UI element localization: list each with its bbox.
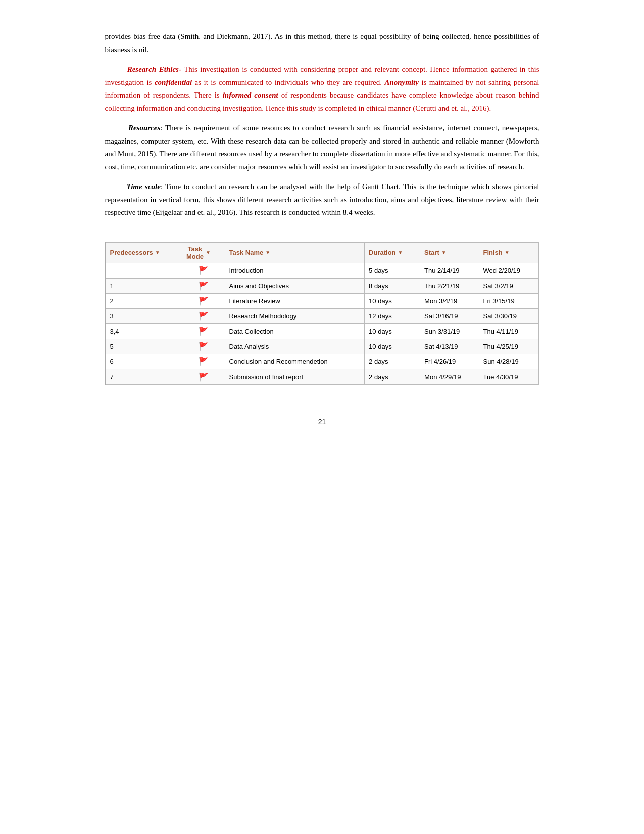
anonymity-word: Anonymity	[384, 78, 419, 86]
cell-finish: Tue 4/30/19	[479, 369, 538, 384]
table-row: 7🚩Submission of final report2 daysMon 4/…	[106, 369, 538, 384]
cell-duration: 10 days	[365, 293, 420, 308]
cell-start: Thu 2/21/19	[420, 278, 479, 293]
cell-start: Fri 4/26/19	[420, 354, 479, 369]
task-mode-icon: 🚩	[199, 297, 209, 305]
cell-duration: 10 days	[365, 339, 420, 354]
cell-predecessors	[106, 263, 182, 278]
cell-task-name: Submission of final report	[225, 369, 365, 384]
table-row: 1🚩Aims and Objectives8 daysThu 2/21/19Sa…	[106, 278, 538, 293]
cell-start: Mon 3/4/19	[420, 293, 479, 308]
page-number: 21	[105, 418, 539, 426]
cell-task-name: Data Analysis	[225, 339, 365, 354]
th-predecessors[interactable]: Predecessors ▼	[106, 242, 182, 263]
cell-finish: Sat 3/2/19	[479, 278, 538, 293]
cell-start: Sat 4/13/19	[420, 339, 479, 354]
table-row: 5🚩Data Analysis10 daysSat 4/13/19Thu 4/2…	[106, 339, 538, 354]
cell-task-mode: 🚩	[182, 293, 225, 308]
cell-finish: Sat 3/30/19	[479, 308, 538, 323]
confidential-word: confidential	[155, 78, 192, 86]
research-ethics-heading: Research Ethics-	[127, 65, 181, 73]
table-header-row: Predecessors ▼ TaskMode ▼ Task Name	[106, 242, 538, 263]
page-content: provides bias free data (Smith. and Diek…	[105, 0, 539, 456]
paragraph-research-ethics: Research Ethics- This investigation is c…	[105, 63, 539, 115]
cell-task-name: Conclusion and Recommendetion	[225, 354, 365, 369]
cell-start: Sat 3/16/19	[420, 308, 479, 323]
task-name-dropdown-icon[interactable]: ▼	[265, 250, 270, 255]
cell-start: Sun 3/31/19	[420, 323, 479, 339]
paragraph-resources: Resources: There is requirement of some …	[105, 122, 539, 173]
time-scale-heading: Time scale	[127, 182, 161, 191]
th-duration[interactable]: Duration ▼	[365, 242, 420, 263]
cell-duration: 2 days	[365, 354, 420, 369]
table-row: 2🚩Literature Review10 daysMon 3/4/19Fri …	[106, 293, 538, 308]
task-mode-icon: 🚩	[199, 266, 209, 275]
th-start[interactable]: Start ▼	[420, 242, 479, 263]
cell-start: Mon 4/29/19	[420, 369, 479, 384]
cell-predecessors: 5	[106, 339, 182, 354]
para4-text: : Time to conduct an research can be ana…	[105, 182, 539, 216]
cell-task-mode: 🚩	[182, 369, 225, 384]
task-mode-icon: 🚩	[199, 342, 209, 351]
cell-finish: Thu 4/25/19	[479, 339, 538, 354]
cell-duration: 5 days	[365, 263, 420, 278]
cell-task-name: Introduction	[225, 263, 365, 278]
gantt-table: Predecessors ▼ TaskMode ▼ Task Name	[106, 242, 539, 385]
finish-dropdown-icon[interactable]: ▼	[505, 250, 510, 255]
informed-consent-word: informed consent	[223, 91, 278, 99]
cell-task-name: Literature Review	[225, 293, 365, 308]
cell-predecessors: 3	[106, 308, 182, 323]
cell-predecessors: 6	[106, 354, 182, 369]
cell-predecessors: 2	[106, 293, 182, 308]
cell-task-name: Data Collection	[225, 323, 365, 339]
task-mode-icon: 🚩	[199, 327, 209, 336]
cell-task-mode: 🚩	[182, 323, 225, 339]
cell-start: Thu 2/14/19	[420, 263, 479, 278]
cell-predecessors: 1	[106, 278, 182, 293]
para2-middle: as it is communicated to individuals	[192, 78, 311, 86]
th-finish[interactable]: Finish ▼	[479, 242, 538, 263]
cell-finish: Thu 4/11/19	[479, 323, 538, 339]
duration-dropdown-icon[interactable]: ▼	[398, 250, 403, 255]
table-row: 🚩Introduction5 daysThu 2/14/19Wed 2/20/1…	[106, 263, 538, 278]
task-mode-icon: 🚩	[199, 282, 209, 290]
start-dropdown-icon[interactable]: ▼	[441, 250, 447, 255]
para3-text: : There is requirement of some resources…	[105, 124, 539, 171]
cell-duration: 8 days	[365, 278, 420, 293]
table-row: 6🚩Conclusion and Recommendetion2 daysFri…	[106, 354, 538, 369]
cell-task-name: Aims and Objectives	[225, 278, 365, 293]
cell-predecessors: 3,4	[106, 323, 182, 339]
task-mode-dropdown-icon[interactable]: ▼	[206, 250, 211, 255]
cell-finish: Fri 3/15/19	[479, 293, 538, 308]
para2-middle2: are required.	[340, 78, 384, 86]
paragraph-1: provides bias free data (Smith. and Diek…	[105, 30, 539, 56]
task-mode-icon: 🚩	[199, 373, 209, 381]
task-mode-icon: 🚩	[199, 312, 209, 320]
who-text: who	[311, 78, 324, 86]
paragraph-time-scale: Time scale: Time to conduct an research …	[105, 180, 539, 219]
gantt-table-wrapper: Predecessors ▼ TaskMode ▼ Task Name	[105, 242, 539, 385]
resources-heading: Resources	[128, 124, 160, 132]
cell-finish: Wed 2/20/19	[479, 263, 538, 278]
they-text: they	[324, 78, 340, 86]
table-row: 3🚩Research Methodology12 daysSat 3/16/19…	[106, 308, 538, 323]
table-row: 3,4🚩Data Collection10 daysSun 3/31/19Thu…	[106, 323, 538, 339]
th-task-mode[interactable]: TaskMode ▼	[182, 242, 225, 263]
predecessors-dropdown-icon[interactable]: ▼	[155, 250, 160, 255]
task-mode-icon: 🚩	[199, 357, 209, 366]
cell-task-mode: 🚩	[182, 339, 225, 354]
cell-duration: 10 days	[365, 323, 420, 339]
cell-duration: 12 days	[365, 308, 420, 323]
cell-finish: Sun 4/28/19	[479, 354, 538, 369]
cell-task-mode: 🚩	[182, 263, 225, 278]
th-task-name[interactable]: Task Name ▼	[225, 242, 365, 263]
para1-text: provides bias free data (Smith. and Diek…	[105, 32, 539, 54]
cell-task-mode: 🚩	[182, 354, 225, 369]
cell-predecessors: 7	[106, 369, 182, 384]
cell-duration: 2 days	[365, 369, 420, 384]
cell-task-mode: 🚩	[182, 308, 225, 323]
cell-task-mode: 🚩	[182, 278, 225, 293]
cell-task-name: Research Methodology	[225, 308, 365, 323]
